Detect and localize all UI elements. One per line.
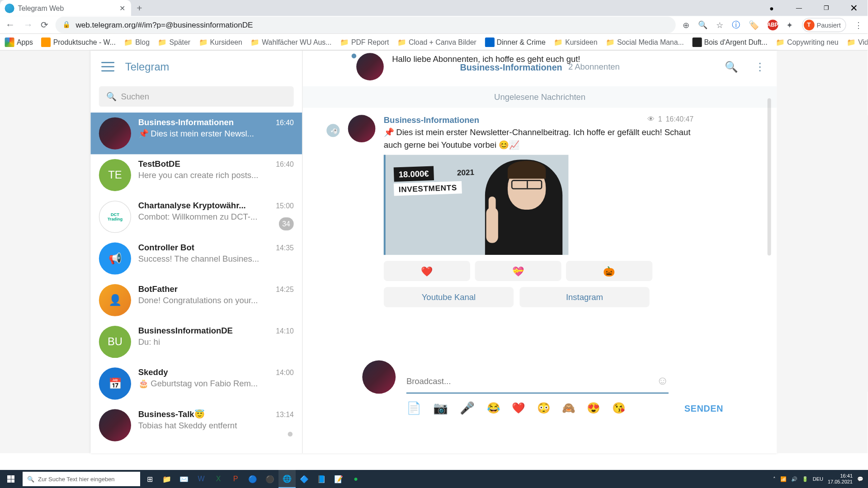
bookmark-item[interactable]: 📁Videokurs Ideen (847, 38, 868, 46)
quick-emoji[interactable]: 😍 (587, 401, 600, 414)
chat-item-businessinformationde[interactable]: BU BusinessInformationDE14:10 Du: hi (90, 321, 302, 362)
link-button-instagram[interactable]: Instagram (519, 287, 649, 307)
sidebar-header: Telegram (90, 51, 302, 83)
compose-toolbar: 📄 📷 🎤 😂 ❤️ 😳 🙈 😍 😘 SENDEN (362, 401, 753, 415)
spotify-icon[interactable]: ● (347, 470, 364, 488)
new-tab-button[interactable]: + (131, 0, 148, 16)
close-window-icon[interactable]: ✕ (840, 0, 868, 16)
attach-icon[interactable]: 📄 (406, 401, 421, 415)
chat-item-business-informationen[interactable]: Business-Informationen16:40 📌 Dies ist m… (90, 113, 302, 154)
chat-item-chartanalyse[interactable]: DCTTrading Chartanalyse Kryptowähr...15:… (90, 196, 302, 238)
minimize-icon[interactable]: — (785, 0, 813, 16)
start-button[interactable] (0, 470, 22, 488)
notepad-icon[interactable]: 📝 (330, 470, 347, 488)
reaction-button[interactable]: ❤️ (384, 261, 470, 281)
bookmark-item[interactable]: 📁PDF Report (340, 38, 389, 46)
battery-icon[interactable]: 🔋 (802, 476, 808, 482)
camera-icon[interactable]: 📷 (433, 401, 448, 415)
avatar (356, 53, 384, 80)
quick-emoji[interactable]: ❤️ (512, 401, 525, 414)
chat-title[interactable]: Business-Informationen (460, 61, 562, 71)
extensions-icon[interactable]: ✦ (786, 20, 793, 29)
bookmark-item[interactable]: 📁Cload + Canva Bilder (397, 38, 476, 46)
bookmark-item[interactable]: Bois d'Argent Duft... (692, 37, 768, 47)
search-input[interactable]: 🔍 Suchen (99, 86, 294, 107)
url-field[interactable]: 🔒 web.telegram.org/#/im?p=@businessinfor… (56, 16, 676, 33)
reactions: ❤️ 💝 🎃 (384, 261, 693, 281)
word-icon[interactable]: W (193, 470, 210, 488)
menu-icon[interactable]: ⋮ (854, 20, 863, 29)
bookmark-item[interactable]: 📁Copywriting neu (776, 38, 838, 46)
clock[interactable]: 16:41 17.05.2021 (828, 473, 853, 485)
mail-icon[interactable]: ✉️ (175, 470, 193, 488)
broadcast-input[interactable] (406, 376, 656, 385)
maximize-icon[interactable]: ❐ (813, 0, 840, 16)
chat-item-skeddy[interactable]: 📅 Skeddy14:00 🎂 Geburtstag von Fabio Rem… (90, 363, 302, 404)
wifi-icon[interactable]: 📶 (780, 476, 787, 482)
reaction-button[interactable]: 🎃 (566, 261, 652, 281)
quick-emoji[interactable]: 🙈 (562, 401, 575, 414)
circle-icon[interactable]: ● (758, 0, 785, 16)
message-image[interactable]: 18.000€ INVESTMENTS 2021 (384, 155, 569, 255)
scrollbar[interactable] (768, 98, 771, 255)
quick-emoji[interactable]: 😳 (537, 401, 550, 414)
link-button-youtube[interactable]: Youtube Kanal (384, 287, 514, 307)
folder-icon: 📁 (340, 38, 349, 46)
bookmark-item[interactable]: 📁Social Media Mana... (606, 38, 684, 46)
quick-emoji[interactable]: 😂 (487, 401, 500, 414)
zoom-icon[interactable]: 🔍 (698, 20, 708, 29)
send-button[interactable]: SENDEN (684, 403, 723, 413)
chat-item-business-talk[interactable]: Business-Talk😇13:14 Tobias hat Skeddy en… (90, 404, 302, 446)
powerpoint-icon[interactable]: P (227, 470, 244, 488)
apps-icon (5, 37, 14, 47)
chat-item-testbotde[interactable]: TE TestBotDE16:40 Here you can create ri… (90, 154, 302, 196)
check-icon[interactable]: ✓ (326, 124, 340, 137)
chat-item-controller-bot[interactable]: 📢 Controller Bot14:35 Success! The chann… (90, 238, 302, 279)
bookmark-item[interactable]: 📁Später (158, 38, 190, 46)
obs-icon[interactable]: ⚫ (261, 470, 278, 488)
bookmark-item[interactable]: Dinner & Crime (485, 37, 545, 47)
mic-icon[interactable]: 🎤 (460, 401, 475, 415)
explorer-icon[interactable]: 📁 (158, 470, 175, 488)
forward-icon[interactable]: → (23, 19, 33, 30)
star-icon[interactable]: ☆ (716, 20, 724, 29)
reload-icon[interactable]: ⟳ (41, 19, 48, 30)
task-view-icon[interactable]: ⊞ (141, 470, 158, 488)
notifications-icon[interactable]: 💬 (857, 476, 863, 482)
install-icon[interactable]: ⊕ (683, 20, 690, 29)
emoji-picker-icon[interactable]: ☺ (656, 374, 669, 388)
message-time: 16:40:47 (666, 115, 694, 123)
reaction-button[interactable]: 💝 (475, 261, 561, 281)
profile-status: Pausiert (817, 21, 841, 28)
quick-emoji[interactable]: 😘 (612, 401, 625, 414)
reader-icon[interactable]: ⓘ (732, 19, 740, 30)
apps-button[interactable]: Apps (5, 37, 33, 47)
bookmark-item[interactable]: 📁Kursideen (554, 38, 597, 46)
bookmark-item[interactable]: 📁Wahlfächer WU Aus... (250, 38, 331, 46)
edge-icon[interactable]: 🔷 (296, 470, 313, 488)
more-icon[interactable]: ⋮ (755, 60, 765, 73)
adblock-icon[interactable]: ABP (767, 19, 778, 30)
excel-icon[interactable]: X (210, 470, 227, 488)
search-icon[interactable]: 🔍 (725, 60, 738, 73)
language-indicator[interactable]: DEU (813, 476, 823, 482)
volume-icon[interactable]: 🔊 (791, 476, 797, 482)
bookmark-item[interactable]: 📁Kursideen (199, 38, 242, 46)
bookmark-item[interactable]: 📁Blog (124, 38, 150, 46)
tray-chevron-icon[interactable]: ˄ (773, 476, 776, 482)
browser-tab[interactable]: Telegram Web ✕ (0, 0, 131, 16)
folder-icon: 📁 (250, 38, 259, 46)
bookmark-item[interactable]: Produktsuche - W... (41, 37, 115, 47)
chrome-icon[interactable]: 🌐 (278, 470, 296, 488)
app-icon[interactable]: 📘 (313, 470, 330, 488)
avatar (99, 409, 131, 441)
chat-item-botfather[interactable]: 👤 BotFather14:25 Done! Congratulations o… (90, 279, 302, 321)
close-tab-icon[interactable]: ✕ (118, 4, 126, 12)
profile-chip[interactable]: T Pausiert (802, 18, 846, 32)
menu-icon[interactable] (101, 62, 114, 71)
extension-icon[interactable]: 🏷️ (749, 20, 759, 29)
app-icon[interactable]: 🔵 (244, 470, 261, 488)
profile-avatar: T (804, 19, 815, 30)
taskbar-search[interactable]: 🔍 Zur Suche Text hier eingeben (23, 472, 140, 486)
back-icon[interactable]: ← (5, 19, 16, 30)
